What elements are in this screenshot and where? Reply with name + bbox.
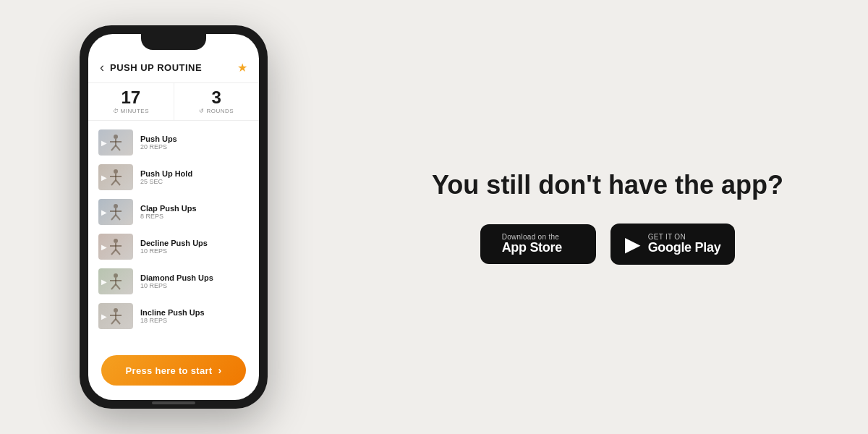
exercise-detail: 8 REPS	[140, 213, 197, 220]
play-icon: ▶	[625, 232, 641, 256]
svg-point-15	[114, 239, 118, 243]
app-store-button[interactable]: Download on the App Store	[480, 224, 596, 264]
svg-line-18	[111, 250, 116, 255]
svg-line-8	[111, 180, 116, 185]
exercise-name: Decline Push Ups	[140, 239, 208, 247]
exercise-name: Incline Push Ups	[140, 308, 205, 317]
svg-line-4	[116, 145, 120, 150]
back-arrow-icon[interactable]: ‹	[100, 60, 104, 75]
clock-icon: ⏱	[113, 108, 119, 114]
exercise-name: Diamond Push Ups	[140, 273, 213, 282]
exercise-info: Diamond Push Ups 10 REPS	[140, 273, 213, 289]
app-store-name: App Store	[502, 241, 562, 255]
phone-screen: ‹ PUSH UP ROUTINE ★ 17 ⏱ MINUTES 3 ↺	[88, 34, 259, 400]
rounds-label: ROUNDS	[206, 108, 234, 114]
svg-line-9	[116, 180, 120, 185]
store-buttons: Download on the App Store ▶ GET IT ON Go…	[480, 224, 736, 265]
svg-point-5	[114, 169, 118, 174]
rounds-icon: ↺	[199, 108, 204, 114]
exercise-detail: 10 REPS	[140, 247, 208, 255]
exercise-thumbnail	[98, 164, 133, 190]
exercise-info: Push Ups 20 REPS	[140, 135, 177, 150]
svg-point-20	[114, 273, 118, 278]
stat-rounds: 3 ↺ ROUNDS	[174, 83, 260, 120]
exercise-item[interactable]: Decline Push Ups 10 REPS	[88, 229, 259, 264]
svg-line-13	[111, 215, 116, 220]
exercise-info: Incline Push Ups 18 REPS	[140, 308, 205, 324]
start-button-wrapper: Press here to start ›	[88, 346, 259, 400]
stats-bar: 17 ⏱ MINUTES 3 ↺ ROUNDS	[88, 83, 259, 121]
cta-heading: You still don't have the app?	[432, 169, 783, 200]
exercise-detail: 18 REPS	[140, 317, 205, 324]
svg-line-24	[116, 284, 120, 289]
exercise-name: Clap Push Ups	[140, 204, 197, 213]
google-play-name: Google Play	[648, 241, 721, 255]
exercise-info: Push Up Hold 25 SEC	[140, 169, 192, 185]
minutes-value: 17	[121, 89, 140, 106]
exercise-detail: 10 REPS	[140, 282, 213, 289]
phone-mockup: ‹ PUSH UP ROUTINE ★ 17 ⏱ MINUTES 3 ↺	[80, 25, 268, 409]
exercise-info: Clap Push Ups 8 REPS	[140, 204, 197, 220]
svg-line-29	[116, 319, 120, 324]
exercise-thumbnail	[98, 268, 133, 294]
start-button[interactable]: Press here to start ›	[101, 355, 246, 386]
phone-wrapper: ‹ PUSH UP ROUTINE ★ 17 ⏱ MINUTES 3 ↺	[0, 0, 347, 434]
exercise-item[interactable]: Clap Push Ups 8 REPS	[88, 195, 259, 229]
minutes-label: MINUTES	[121, 108, 150, 114]
app-title: PUSH UP ROUTINE	[110, 62, 237, 73]
cta-section: You still don't have the app? Download o…	[347, 140, 868, 294]
exercise-name: Push Ups	[140, 135, 177, 143]
google-play-button[interactable]: ▶ GET IT ON Google Play	[610, 224, 736, 265]
svg-point-25	[114, 308, 118, 312]
phone-notch	[141, 34, 206, 50]
exercise-detail: 25 SEC	[140, 178, 192, 185]
google-play-text: GET IT ON Google Play	[648, 233, 721, 255]
svg-line-19	[116, 250, 120, 255]
exercise-info: Decline Push Ups 10 REPS	[140, 239, 208, 255]
exercise-thumbnail	[98, 199, 133, 225]
start-button-label: Press here to start	[126, 365, 213, 376]
exercise-detail: 20 REPS	[140, 143, 177, 150]
home-indicator	[152, 401, 195, 404]
svg-line-14	[116, 215, 120, 220]
exercise-item[interactable]: Diamond Push Ups 10 REPS	[88, 264, 259, 299]
svg-line-23	[111, 284, 116, 289]
exercise-item[interactable]: Push Up Hold 25 SEC	[88, 160, 259, 195]
svg-line-3	[111, 145, 116, 150]
svg-line-28	[111, 319, 116, 324]
exercise-thumbnail	[98, 234, 133, 260]
exercise-item[interactable]: Incline Push Ups 18 REPS	[88, 299, 259, 333]
exercise-thumbnail	[98, 129, 133, 156]
rounds-value: 3	[212, 89, 221, 106]
favorite-star-icon[interactable]: ★	[237, 61, 247, 75]
svg-point-10	[114, 204, 118, 208]
stat-minutes: 17 ⏱ MINUTES	[88, 83, 174, 120]
exercise-name: Push Up Hold	[140, 169, 192, 178]
exercise-list: Push Ups 20 REPS Push Up Hold 25 SEC	[88, 121, 259, 346]
exercise-thumbnail	[98, 303, 133, 329]
start-arrow-icon: ›	[218, 365, 221, 376]
svg-point-0	[114, 135, 118, 139]
exercise-item[interactable]: Push Ups 20 REPS	[88, 125, 259, 160]
app-store-text: Download on the App Store	[502, 233, 562, 255]
